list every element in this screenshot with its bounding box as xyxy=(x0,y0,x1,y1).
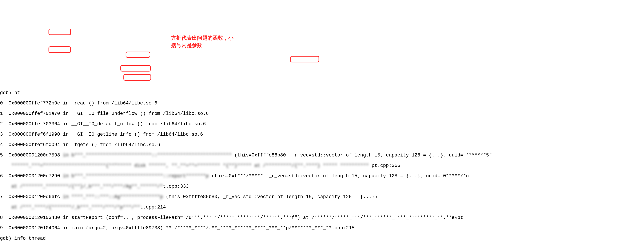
highlight-cpp366 xyxy=(290,56,319,62)
highlight-cpp333 xyxy=(120,65,151,72)
highlight-fgets xyxy=(48,46,71,53)
terminal-view: 方框代表出问题的函数，小 括号内是参数 gdb) bt 0 0x000000ff… xyxy=(0,24,644,241)
frame-9: 9 0x0000000120104064 in main (argc=2, ar… xyxy=(0,226,644,231)
frame-6-cont: at /*******_********/{**}/_b***_***/***/… xyxy=(0,184,644,190)
frame-2: 2 0x000000ffef703364 in __GI__IO_default… xyxy=(0,122,644,127)
frame-6: 6 0x00000001200d7290 in b***_***********… xyxy=(0,174,644,179)
frame-3: 3 0x000000ffef6f1990 in __GI__IO_getline… xyxy=(0,132,644,138)
frame-0: 0 0x000000ffef772b9c in read () from /li… xyxy=(0,101,644,107)
frame-7-cont: at /***_****/{*******/_b***_****/***/*p*… xyxy=(0,205,644,211)
annotation-text: 方框代表出问题的函数，小 括号内是参数 xyxy=(171,34,240,49)
frame-4: 4 0x000000ffef6f0094 in fgets () from /l… xyxy=(0,143,644,148)
gdb-prompt-info: gdb) info thread xyxy=(0,236,644,241)
highlight-cpp214 xyxy=(124,74,151,81)
highlight-read xyxy=(48,29,71,35)
annotation-line-2: 括号内是参数 xyxy=(171,42,202,48)
frame-5-cont: ******_***="*********************{**"***… xyxy=(0,163,644,169)
frame-7: 7 0x00000001200d66fc in ****_***::***::A… xyxy=(0,195,644,200)
annotation-line-1: 方框代表出问题的函数，小 xyxy=(171,35,234,41)
frame-5: 5 0x00000001200d7598 in b***_***********… xyxy=(0,153,644,159)
gdb-prompt-bt: gdb) bt xyxy=(0,91,644,96)
frame-1: 1 0x000000ffef701a70 in __GI__IO_file_un… xyxy=(0,111,644,117)
frame-8: 8 0x0000000120103430 in startReport (con… xyxy=(0,215,644,221)
highlight-func5 xyxy=(126,52,150,58)
